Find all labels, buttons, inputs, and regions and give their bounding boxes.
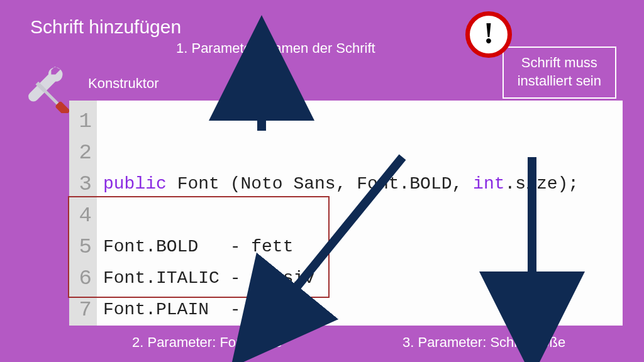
line-num: 3 bbox=[69, 168, 92, 200]
line-gutter: 1 2 3 4 5 6 7 bbox=[69, 101, 97, 326]
code-block: 1 2 3 4 5 6 7 public Font (Noto Sans, Fo… bbox=[69, 101, 623, 326]
code-line-5: Font.ITALIC - kursiv bbox=[103, 263, 623, 294]
warning-callout: Schrift muss installiert sein bbox=[502, 47, 616, 99]
line-num: 6 bbox=[69, 263, 92, 294]
code-line-6: Font.PLAIN - normal bbox=[103, 294, 623, 326]
warning-line2: installiert sein bbox=[518, 72, 601, 90]
svg-rect-1 bbox=[44, 90, 60, 106]
line-num: 4 bbox=[69, 200, 92, 231]
warning-line1: Schrift muss bbox=[518, 54, 601, 72]
warning-icon: ! bbox=[465, 11, 512, 58]
code-line-3 bbox=[103, 200, 623, 231]
code-lines: public Font (Noto Sans, Font.BOLD, int.s… bbox=[97, 101, 623, 326]
tools-icon bbox=[24, 63, 74, 113]
code-line-2: public Font (Noto Sans, Font.BOLD, int.s… bbox=[103, 168, 623, 200]
code-line-1 bbox=[103, 137, 623, 168]
kw-int: int bbox=[473, 174, 504, 194]
constructor-label: Konstruktor bbox=[88, 75, 159, 92]
code-line-4: Font.BOLD - fett bbox=[103, 231, 623, 263]
page-title: Schrift hinzufügen bbox=[30, 16, 181, 38]
code-seg: .size); bbox=[505, 174, 579, 194]
code-line-7 bbox=[103, 326, 623, 357]
exclaim-glyph: ! bbox=[484, 18, 494, 48]
line-num: 1 bbox=[69, 106, 92, 137]
code-seg: Font (Noto Sans, Font.BOLD, bbox=[167, 174, 473, 194]
param1-label: 1. Parameter: Namen der Schrift bbox=[176, 40, 375, 57]
kw-public: public bbox=[103, 174, 167, 194]
line-num: 5 bbox=[69, 231, 92, 263]
line-num: 2 bbox=[69, 137, 92, 168]
line-num: 7 bbox=[69, 294, 92, 326]
